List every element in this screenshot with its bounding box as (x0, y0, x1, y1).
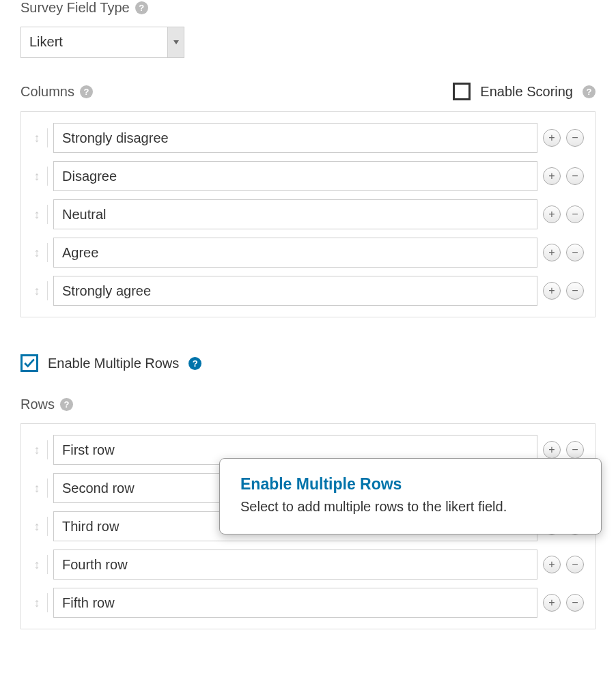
remove-button[interactable]: − (566, 556, 584, 573)
drag-handle-icon[interactable]: ↕ (32, 481, 42, 496)
divider (47, 167, 48, 186)
remove-button[interactable]: − (566, 441, 584, 459)
remove-button[interactable]: − (566, 129, 584, 147)
help-icon[interactable]: ? (80, 85, 93, 98)
columns-box: ↕ + − ↕ + − ↕ + − ↕ + − ↕ + − (20, 111, 596, 317)
enable-scoring-group: Enable Scoring ? (453, 83, 596, 100)
help-icon[interactable]: ? (60, 398, 73, 411)
remove-button[interactable]: − (566, 205, 584, 223)
column-input[interactable] (53, 123, 537, 153)
drag-handle-icon[interactable]: ↕ (32, 169, 42, 184)
column-item: ↕ + − (32, 119, 584, 157)
remove-button[interactable]: − (566, 594, 584, 612)
column-item: ↕ + − (32, 195, 584, 233)
remove-button[interactable]: − (566, 167, 584, 185)
tooltip-body: Select to add multiple rows to the liker… (240, 499, 580, 515)
survey-field-type-label: Survey Field Type ? (20, 0, 596, 16)
column-input[interactable] (53, 238, 537, 268)
divider (47, 555, 48, 574)
column-input[interactable] (53, 276, 537, 306)
remove-button[interactable]: − (566, 282, 584, 300)
tooltip-title: Enable Multiple Rows (240, 475, 580, 494)
add-button[interactable]: + (543, 129, 561, 147)
drag-handle-icon[interactable]: ↕ (32, 246, 42, 260)
divider (47, 440, 48, 459)
row-item: ↕ + − (32, 584, 584, 622)
add-button[interactable]: + (543, 594, 561, 612)
divider (47, 243, 48, 262)
row-input[interactable] (53, 588, 537, 618)
column-input[interactable] (53, 199, 537, 229)
survey-field-type-text: Survey Field Type (20, 0, 130, 16)
add-button[interactable]: + (543, 205, 561, 223)
column-item: ↕ + − (32, 233, 584, 272)
divider (47, 281, 48, 300)
row-input[interactable] (53, 550, 537, 580)
remove-button[interactable]: − (566, 244, 584, 261)
add-button[interactable]: + (543, 244, 561, 261)
drag-handle-icon[interactable]: ↕ (32, 208, 42, 222)
columns-text: Columns (20, 84, 74, 100)
rows-text: Rows (20, 397, 55, 412)
enable-multiple-rows-group: Enable Multiple Rows ? (20, 354, 596, 372)
drag-handle-icon[interactable]: ↕ (32, 284, 42, 298)
enable-multiple-rows-checkbox[interactable] (20, 354, 38, 372)
rows-label: Rows ? (20, 397, 596, 412)
add-button[interactable]: + (543, 556, 561, 573)
drag-handle-icon[interactable]: ↕ (32, 519, 42, 534)
drag-handle-icon[interactable]: ↕ (32, 131, 42, 145)
divider (47, 479, 48, 498)
help-icon[interactable]: ? (135, 1, 148, 14)
drag-handle-icon[interactable]: ↕ (32, 443, 42, 457)
columns-label: Columns ? (20, 84, 93, 100)
divider (47, 205, 48, 224)
add-button[interactable]: + (543, 441, 561, 459)
enable-scoring-checkbox[interactable] (453, 83, 471, 100)
survey-field-type-value: Likert (21, 27, 167, 57)
column-input[interactable] (53, 161, 537, 191)
survey-field-type-select[interactable]: Likert (20, 27, 184, 58)
chevron-down-icon (167, 27, 184, 57)
enable-multiple-rows-label: Enable Multiple Rows (48, 356, 179, 371)
row-item: ↕ + − (32, 545, 584, 584)
enable-scoring-label: Enable Scoring (480, 84, 573, 100)
add-button[interactable]: + (543, 167, 561, 185)
column-item: ↕ + − (32, 157, 584, 195)
add-button[interactable]: + (543, 282, 561, 300)
divider (47, 593, 48, 612)
help-icon[interactable]: ? (188, 357, 201, 370)
column-item: ↕ + − (32, 272, 584, 310)
drag-handle-icon[interactable]: ↕ (32, 558, 42, 572)
rows-box: ↕ + − ↕ + − ↕ + − ↕ + − ↕ + − Enable Mul… (20, 423, 596, 629)
divider (47, 128, 48, 147)
help-icon[interactable]: ? (583, 85, 596, 98)
divider (47, 517, 48, 536)
drag-handle-icon[interactable]: ↕ (32, 596, 42, 610)
tooltip: Enable Multiple Rows Select to add multi… (219, 458, 602, 534)
